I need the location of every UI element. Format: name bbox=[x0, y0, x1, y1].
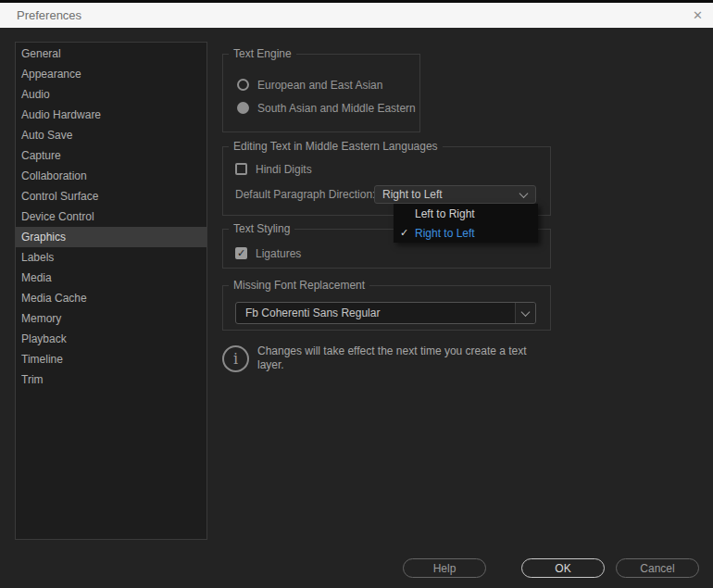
menu-item-label: Left to Right bbox=[415, 207, 475, 220]
sidebar-item-trim[interactable]: Trim bbox=[16, 369, 206, 390]
radio-unselected-icon bbox=[237, 79, 249, 91]
preferences-dialog: Preferences ✕ General Appearance Audio A… bbox=[0, 0, 713, 588]
check-icon: ✓ bbox=[400, 227, 415, 239]
hindi-digits-checkbox-row[interactable]: Hindi Digits bbox=[235, 162, 312, 176]
dialog-body: General Appearance Audio Audio Hardware … bbox=[0, 28, 713, 588]
direction-select[interactable]: Right to Left bbox=[374, 185, 536, 204]
missing-font-select-value: Fb Coherenti Sans Regular bbox=[245, 307, 380, 319]
close-icon[interactable]: ✕ bbox=[693, 3, 703, 28]
sidebar-item-timeline[interactable]: Timeline bbox=[16, 349, 206, 369]
sidebar-item-auto-save[interactable]: Auto Save bbox=[16, 125, 206, 145]
chevron-cell bbox=[515, 303, 535, 323]
help-button[interactable]: Help bbox=[403, 558, 486, 578]
titlebar: Preferences ✕ bbox=[0, 3, 713, 28]
checkbox-unchecked-icon bbox=[235, 163, 247, 175]
category-list: General Appearance Audio Audio Hardware … bbox=[15, 42, 207, 540]
radio-label: South Asian and Middle Eastern bbox=[257, 102, 416, 115]
missing-font-select[interactable]: Fb Coherenti Sans Regular bbox=[235, 302, 536, 324]
info-message: Changes will take effect the next time y… bbox=[257, 344, 537, 372]
direction-select-value: Right to Left bbox=[382, 188, 443, 201]
sidebar-item-media-cache[interactable]: Media Cache bbox=[16, 288, 206, 308]
checkbox-label: Ligatures bbox=[256, 247, 301, 260]
group-legend: Text Engine bbox=[229, 47, 296, 60]
group-text-engine: Text Engine European and East Asian Sout… bbox=[222, 54, 420, 132]
menu-item-label: Right to Left bbox=[415, 227, 475, 240]
checkbox-checked-icon: ✓ bbox=[235, 247, 247, 259]
radio-selected-icon bbox=[237, 102, 249, 114]
radio-south-asian-middle-eastern[interactable]: South Asian and Middle Eastern bbox=[237, 100, 416, 116]
menu-item-left-to-right[interactable]: Left to Right bbox=[394, 204, 538, 223]
ok-button[interactable]: OK bbox=[521, 558, 605, 578]
group-legend: Editing Text in Middle Eastern Languages bbox=[229, 140, 443, 153]
dialog-title: Preferences bbox=[17, 8, 81, 22]
radio-label: European and East Asian bbox=[257, 79, 382, 92]
group-legend: Missing Font Replacement bbox=[229, 279, 369, 292]
sidebar-item-audio[interactable]: Audio bbox=[16, 84, 206, 105]
menu-item-right-to-left[interactable]: ✓ Right to Left bbox=[394, 223, 538, 243]
checkbox-label: Hindi Digits bbox=[256, 163, 312, 176]
radio-european-east-asian[interactable]: European and East Asian bbox=[237, 77, 382, 93]
sidebar-item-control-surface[interactable]: Control Surface bbox=[16, 186, 206, 206]
sidebar-item-device-control[interactable]: Device Control bbox=[16, 206, 206, 227]
sidebar-item-memory[interactable]: Memory bbox=[16, 308, 206, 329]
sidebar-item-general[interactable]: General bbox=[16, 44, 206, 64]
direction-label: Default Paragraph Direction: bbox=[235, 185, 375, 204]
sidebar-item-capture[interactable]: Capture bbox=[16, 145, 206, 166]
group-missing-font: Missing Font Replacement Fb Coherenti Sa… bbox=[222, 285, 551, 331]
sidebar-item-media[interactable]: Media bbox=[16, 268, 206, 288]
sidebar-item-playback[interactable]: Playback bbox=[16, 329, 206, 349]
group-legend: Text Styling bbox=[229, 222, 294, 235]
ligatures-checkbox-row[interactable]: ✓ Ligatures bbox=[235, 246, 301, 260]
sidebar-item-labels[interactable]: Labels bbox=[16, 247, 206, 268]
direction-menu: Left to Right ✓ Right to Left bbox=[394, 204, 538, 243]
info-icon: i bbox=[222, 345, 249, 372]
cancel-button[interactable]: Cancel bbox=[616, 558, 699, 578]
sidebar-item-audio-hardware[interactable]: Audio Hardware bbox=[16, 105, 206, 125]
sidebar-item-appearance[interactable]: Appearance bbox=[16, 64, 206, 84]
chevron-down-icon bbox=[521, 307, 531, 317]
sidebar-item-graphics[interactable]: Graphics bbox=[16, 227, 206, 247]
chevron-down-icon bbox=[519, 189, 529, 198]
sidebar-item-collaboration[interactable]: Collaboration bbox=[16, 166, 206, 186]
